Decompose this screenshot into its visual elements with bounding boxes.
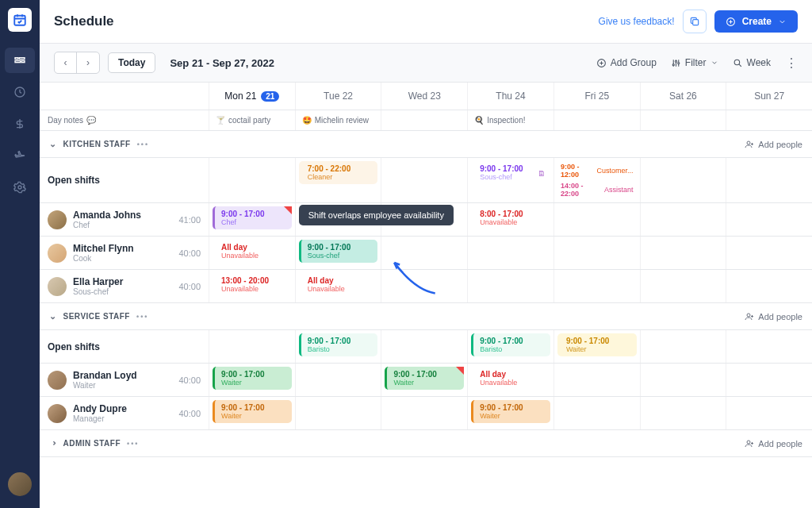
toolbar: ‹ › Today Sep 21 - Sep 27, 2022 Add Grou… <box>40 44 812 83</box>
unavailable-card[interactable]: 13:00 - 20:00Unavailable <box>213 273 292 296</box>
more-button[interactable]: ⋮ <box>785 56 798 71</box>
day-header-thu[interactable]: Thu 24 <box>467 83 553 110</box>
today-badge: 21 <box>261 91 279 102</box>
add-people-button[interactable]: Add people <box>745 140 802 149</box>
shift-card[interactable]: 7:00 - 22:00Cleaner <box>299 161 378 184</box>
avatar <box>48 244 67 263</box>
shift-card[interactable]: 9:00 - 17:00Baristo <box>299 333 378 356</box>
shift-card[interactable]: 9:00 - 17:00Waiter <box>213 400 292 423</box>
day-header-sun[interactable]: Sun 27 <box>726 83 812 110</box>
create-button[interactable]: Create <box>714 10 798 33</box>
shift-card[interactable]: 9:00 - 17:00Chef <box>213 206 292 229</box>
staff-row: Andy DupreManager 40:00 9:00 - 17:00Wait… <box>40 397 812 430</box>
chevron-down-icon <box>710 59 718 67</box>
kitchen-open-shifts-row: Open shifts 7:00 - 22:00Cleaner 9:00 - 1… <box>40 158 812 203</box>
person-add-icon <box>745 439 754 448</box>
shift-card[interactable]: 9:00 - 17:00Waiter <box>471 400 550 423</box>
svg-point-13 <box>734 60 740 65</box>
svg-rect-7 <box>692 20 698 25</box>
app-logo[interactable] <box>8 8 32 32</box>
person-add-icon <box>745 312 754 321</box>
day-header-row: Mon 2121 Tue 22 Wed 23 Thu 24 Fri 25 Sat… <box>40 83 812 110</box>
day-notes-row: Day notes💬 🍸coctail party 🤩Michelin revi… <box>40 110 812 131</box>
nav-time[interactable] <box>5 79 35 105</box>
staff-row: Ella HarperSous-chef 40:00 13:00 - 20:00… <box>40 270 812 303</box>
group-menu[interactable]: ••• <box>136 313 148 321</box>
overlap-tooltip: Shift overlaps employee availability <box>299 205 454 225</box>
feedback-link[interactable]: Give us feedback! <box>599 16 675 27</box>
unavailable-card[interactable]: All dayUnavailable <box>471 367 550 390</box>
filter-button[interactable]: Filter <box>671 57 718 68</box>
day-header-tue[interactable]: Tue 22 <box>295 83 381 110</box>
svg-point-11 <box>675 60 676 62</box>
date-nav: ‹ › <box>54 52 100 74</box>
svg-rect-0 <box>14 16 25 25</box>
add-people-button[interactable]: Add people <box>745 312 802 321</box>
svg-rect-4 <box>21 61 25 63</box>
note-sun[interactable] <box>726 110 812 130</box>
group-admin-header: ⌄ ADMIN STAFF ••• Add people <box>40 430 812 457</box>
group-title: SERVICE STAFF <box>63 312 130 321</box>
shift-card[interactable]: 9:00 - 12:00Customer... <box>557 161 637 180</box>
nav-settings[interactable] <box>5 175 35 200</box>
note-fri[interactable] <box>553 110 640 130</box>
unavailable-card[interactable]: All dayUnavailable <box>299 273 378 296</box>
staff-row: Brandan LoydWaiter 40:00 9:00 - 17:00Wai… <box>40 364 812 397</box>
svg-point-15 <box>747 314 750 317</box>
shift-card[interactable]: 8:00 - 17:00Unavailable <box>471 206 550 229</box>
collapse-icon[interactable]: ⌄ <box>49 139 57 149</box>
prev-button[interactable]: ‹ <box>55 52 77 73</box>
note-thu[interactable]: 🍳Inspection! <box>467 110 553 130</box>
add-people-button[interactable]: Add people <box>745 439 802 448</box>
filter-icon <box>671 58 681 68</box>
shift-card[interactable]: 14:00 - 22:00Assistant <box>557 180 637 199</box>
schedule-grid: Mon 2121 Tue 22 Wed 23 Thu 24 Fri 25 Sat… <box>40 83 812 508</box>
group-menu[interactable]: ••• <box>137 140 149 148</box>
svg-rect-1 <box>15 58 18 60</box>
date-range: Sep 21 - Sep 27, 2022 <box>170 57 274 69</box>
shift-card[interactable]: 9:00 - 17:00Waiter <box>213 367 292 390</box>
nav-pay[interactable] <box>5 111 35 137</box>
today-button[interactable]: Today <box>108 52 155 73</box>
copy-button[interactable] <box>683 10 707 33</box>
user-avatar[interactable] <box>8 472 32 496</box>
shift-card[interactable]: 9:00 - 17:00Sous-chef <box>299 240 378 263</box>
svg-point-16 <box>747 441 750 444</box>
note-icon: 🗎 <box>538 168 546 177</box>
unavailable-card[interactable]: All dayUnavailable <box>213 240 292 263</box>
next-button[interactable]: › <box>77 52 99 73</box>
day-header-sat[interactable]: Sat 26 <box>640 83 726 110</box>
nav-schedule[interactable] <box>5 48 35 73</box>
add-group-button[interactable]: Add Group <box>596 57 657 68</box>
group-title: ADMIN STAFF <box>63 439 121 448</box>
group-title: KITCHEN STAFF <box>63 140 131 148</box>
note-mon[interactable]: 🍸coctail party <box>209 110 295 130</box>
note-tue[interactable]: 🤩Michelin review <box>295 110 381 130</box>
shift-card[interactable]: 9:00 - 17:00Waiter <box>557 333 637 356</box>
shift-card[interactable]: 9:00 - 17:00Waiter <box>385 367 464 390</box>
shift-card[interactable]: 9:00 - 17:00Sous-chef🗎 <box>471 161 550 184</box>
avatar <box>48 277 67 296</box>
svg-rect-2 <box>19 58 25 60</box>
svg-rect-3 <box>15 61 21 63</box>
expand-icon[interactable]: ⌄ <box>48 440 58 448</box>
sidebar <box>0 0 40 508</box>
shift-card[interactable]: 9:00 - 17:00Baristo <box>471 333 550 356</box>
svg-point-6 <box>18 186 21 189</box>
group-service-header: ⌄ SERVICE STAFF ••• Add people <box>40 303 812 330</box>
nav-travel[interactable] <box>5 143 35 168</box>
staff-row: Amanda JohnsChef 41:00 9:00 - 17:00Chef … <box>40 203 812 237</box>
plus-circle-icon <box>596 58 607 68</box>
week-view-button[interactable]: Week <box>733 57 771 68</box>
warning-corner <box>284 206 292 214</box>
note-wed[interactable] <box>381 110 467 130</box>
day-header-mon[interactable]: Mon 2121 <box>209 83 295 110</box>
note-sat[interactable] <box>640 110 726 130</box>
warning-corner <box>456 367 464 375</box>
group-kitchen-header: ⌄ KITCHEN STAFF ••• Add people <box>40 131 812 158</box>
collapse-icon[interactable]: ⌄ <box>49 311 57 321</box>
service-open-shifts-row: Open shifts 9:00 - 17:00Baristo 9:00 - 1… <box>40 330 812 364</box>
group-menu[interactable]: ••• <box>127 440 139 448</box>
day-header-wed[interactable]: Wed 23 <box>381 83 467 110</box>
day-header-fri[interactable]: Fri 25 <box>553 83 640 110</box>
